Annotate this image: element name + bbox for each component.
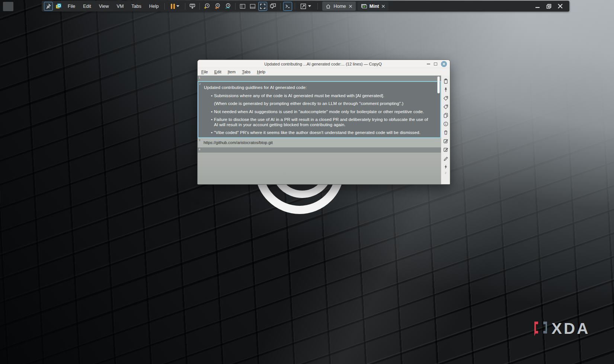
- tab-label: Mint: [370, 4, 379, 9]
- tag-icon[interactable]: [443, 104, 448, 109]
- copyq-titlebar[interactable]: Updated contributing ...AI generated cod…: [198, 60, 450, 68]
- edit-icon[interactable]: [443, 147, 448, 152]
- separator: [295, 3, 295, 10]
- tab-label: Home: [333, 4, 346, 9]
- fit-guest-icon: [300, 3, 307, 10]
- menu-item[interactable]: Item: [228, 70, 236, 74]
- menu-help[interactable]: Help: [146, 2, 162, 11]
- thumbnail-bar-icon: [249, 3, 256, 10]
- item-text-line: (When code is generated by prompting eit…: [198, 101, 433, 106]
- copyq-item-toolbar: 2: [441, 76, 450, 184]
- menu-tabs[interactable]: Tabs: [128, 2, 144, 11]
- pin-icon[interactable]: [443, 87, 448, 92]
- scrollbar-thumb[interactable]: [437, 76, 440, 93]
- pause-vm-button[interactable]: [167, 2, 182, 11]
- menu-edit[interactable]: Edit: [80, 2, 95, 11]
- menu-vm[interactable]: VM: [113, 2, 127, 11]
- revert-snapshot-button[interactable]: [213, 2, 222, 11]
- show-library-button[interactable]: [238, 2, 247, 11]
- fit-guest-button[interactable]: [298, 2, 313, 11]
- vm-desktop: XDA Updated contributing ...AI generated…: [0, 0, 614, 364]
- tag-icon[interactable]: [443, 96, 448, 101]
- item-text-line: •Not needed when AI suggestions is used …: [198, 109, 433, 115]
- menu-file[interactable]: File: [64, 2, 79, 11]
- action-lightning-icon[interactable]: [443, 164, 448, 169]
- console-icon: [284, 3, 291, 10]
- item-text-line: •"Vibe coded" PR's where it seems like t…: [198, 130, 433, 135]
- pencil-icon[interactable]: [443, 156, 448, 161]
- info-icon[interactable]: [443, 121, 448, 127]
- separator: [280, 3, 281, 10]
- separator: [317, 3, 318, 10]
- menu-view[interactable]: View: [96, 2, 112, 11]
- close-icon[interactable]: [441, 61, 447, 67]
- window-controls: [535, 3, 563, 9]
- ctrl-alt-del-icon: [189, 3, 196, 10]
- item-number: 1: [199, 76, 200, 79]
- copyq-window-title: Updated contributing ...AI generated cod…: [201, 62, 423, 66]
- separator: [199, 3, 200, 10]
- tab-mint[interactable]: Mint: [358, 1, 389, 11]
- menu-help[interactable]: Help: [257, 70, 265, 74]
- home-icon: [326, 4, 331, 9]
- pause-icon: [171, 4, 175, 9]
- xda-logo-icon: [533, 319, 549, 338]
- bullet: •: [211, 109, 212, 115]
- bullet: •: [211, 130, 212, 135]
- desktop-artifact: [3, 2, 13, 11]
- vmware-toolbar: File Edit View VM Tabs Help: [42, 1, 569, 12]
- bullet: •: [211, 93, 212, 99]
- chevron-down-icon: [176, 5, 179, 7]
- bullet: •: [211, 117, 212, 122]
- item-number: 3: [199, 138, 200, 142]
- restore-icon[interactable]: [546, 3, 552, 9]
- menu-edit[interactable]: Edit: [214, 70, 221, 74]
- minimize-icon[interactable]: [535, 3, 541, 9]
- menu-file[interactable]: File: [201, 70, 208, 74]
- clipboard-item-1[interactable]: 1: [198, 76, 441, 81]
- pin-toolbar-button[interactable]: [44, 2, 53, 11]
- copyq-window: Updated contributing ...AI generated cod…: [197, 60, 450, 185]
- item-text-line: Updated contributing guidlines for AI ge…: [198, 85, 433, 90]
- vmware-app-button[interactable]: [54, 2, 63, 11]
- close-icon[interactable]: [557, 3, 563, 9]
- clipboard-item-4[interactable]: 4: [198, 147, 441, 153]
- cycle-monitors-button[interactable]: [268, 2, 278, 11]
- vm-screen-play-icon: [361, 4, 367, 9]
- tab-home[interactable]: Home: [322, 1, 355, 11]
- clipboard-item-2-selected[interactable]: 2 Updated contributing guidlines for AI …: [198, 81, 441, 138]
- clipboard-item-3[interactable]: 3 https://github.com/aristocratos/btop.g…: [198, 138, 441, 147]
- take-snapshot-button[interactable]: [202, 2, 212, 11]
- copyq-menubar: File Edit Item Tabs Help: [198, 68, 450, 76]
- xda-watermark: XDA: [533, 319, 590, 338]
- copy-icon[interactable]: [443, 113, 448, 118]
- snapshot-manager-button[interactable]: [223, 2, 233, 11]
- fullscreen-button[interactable]: [258, 2, 267, 11]
- separator: [164, 3, 165, 10]
- show-thumbnail-bar-button[interactable]: [248, 2, 257, 11]
- sidebar-hint: 2: [445, 171, 446, 175]
- item-text-line: •Failure to disclose the use of AI in a …: [198, 117, 433, 127]
- close-tab-icon[interactable]: [349, 4, 352, 8]
- trash-icon[interactable]: [443, 130, 448, 135]
- xda-watermark-text: XDA: [551, 321, 590, 336]
- close-tab-icon[interactable]: [381, 4, 385, 8]
- snapshot-revert-icon: [214, 3, 221, 10]
- fullscreen-icon: [259, 3, 266, 10]
- virtual-console-button[interactable]: [283, 2, 292, 11]
- pin-icon: [45, 3, 51, 9]
- maximize-icon[interactable]: [434, 63, 437, 66]
- separator: [235, 3, 236, 10]
- item-number: 4: [199, 148, 200, 151]
- minimize-icon[interactable]: [427, 64, 430, 64]
- paste-icon[interactable]: [443, 79, 448, 84]
- clipboard-item-list: 1 2 Updated contributing guidlines for A…: [198, 76, 441, 184]
- separator: [185, 3, 185, 10]
- edit-new-icon[interactable]: [443, 138, 448, 144]
- send-ctrl-alt-del-button[interactable]: [188, 2, 197, 11]
- menu-tabs[interactable]: Tabs: [242, 70, 250, 74]
- multiple-monitors-icon: [269, 3, 276, 10]
- library-panel-icon: [239, 3, 246, 10]
- item-text-line: •Submissions where any of the code is AI…: [198, 93, 433, 99]
- vmware-logo-icon: [55, 3, 62, 10]
